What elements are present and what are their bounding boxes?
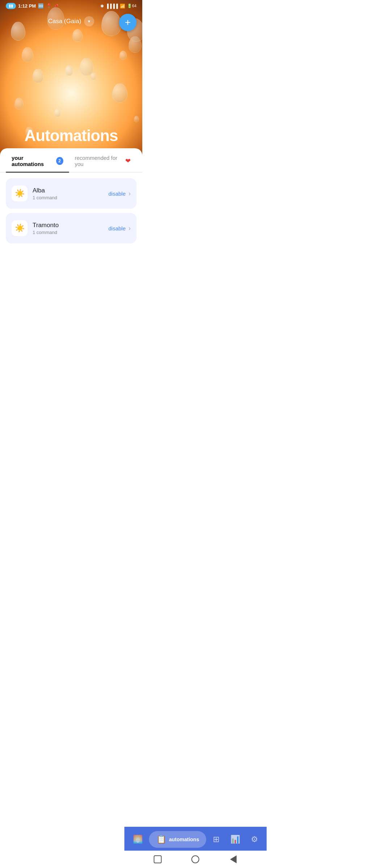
house-name: Casa (Gaia): [48, 18, 81, 25]
nfc-icon: 🆕: [38, 3, 44, 9]
status-left: ▮▮ 1:12 PM 🆕 📍 📌: [6, 3, 58, 9]
automation-icon-alba: ☀️: [12, 186, 28, 201]
tab-my-automations[interactable]: your automations 2: [6, 148, 69, 172]
location-icon-1: 📍: [46, 3, 52, 9]
disable-button-tramonto[interactable]: disable: [108, 225, 126, 231]
disable-button-alba[interactable]: disable: [108, 191, 126, 197]
tab-recommended-label: recommended for you: [75, 155, 122, 167]
location-icon-2: 📌: [54, 4, 58, 8]
chevron-icon-alba: ›: [129, 190, 131, 197]
status-time: 1:12 PM: [18, 3, 36, 9]
tab-my-automations-label: your automations: [12, 155, 53, 167]
tab-my-automations-badge: 2: [56, 157, 63, 165]
bluetooth-icon: ✱: [100, 4, 104, 9]
sun-icon-tramonto: ☀️: [15, 224, 25, 233]
status-right: ✱ ▐▐▐▐ 📶 🔋64: [100, 4, 136, 9]
automation-sub-tramonto: 1 command: [33, 230, 103, 235]
automation-actions-alba: disable ›: [108, 190, 131, 197]
hero-background: ▮▮ 1:12 PM 🆕 📍 📌 ✱ ▐▐▐▐ 📶 🔋64 Casa (Gaia…: [0, 0, 142, 156]
automation-icon-tramonto: ☀️: [12, 220, 28, 236]
dropdown-arrow-icon[interactable]: ▾: [84, 16, 94, 26]
battery-icon: 🔋64: [127, 4, 136, 8]
status-pill: ▮▮: [6, 3, 16, 9]
tab-recommended[interactable]: recommended for you ❤: [69, 148, 136, 172]
status-bar: ▮▮ 1:12 PM 🆕 📍 📌 ✱ ▐▐▐▐ 📶 🔋64: [0, 0, 142, 10]
automation-name-alba: Alba: [33, 187, 103, 194]
wifi-icon: 📶: [120, 4, 125, 9]
tabs-bar: your automations 2 recommended for you ❤: [0, 148, 142, 173]
content-sheet: your automations 2 recommended for you ❤…: [0, 148, 142, 311]
signal-icon: ▐▐▐▐: [106, 4, 118, 9]
automation-card-alba[interactable]: ☀️ Alba 1 command disable ›: [6, 178, 136, 209]
automation-list: ☀️ Alba 1 command disable › ☀️ Tramonto …: [0, 173, 142, 243]
automation-name-tramonto: Tramonto: [33, 222, 103, 229]
add-button[interactable]: +: [119, 14, 136, 31]
sun-icon-alba: ☀️: [15, 189, 25, 198]
heart-icon: ❤: [125, 157, 131, 165]
automation-actions-tramonto: disable ›: [108, 225, 131, 232]
chevron-icon-tramonto: ›: [129, 225, 131, 232]
automation-info-tramonto: Tramonto 1 command: [33, 222, 103, 235]
automation-card-tramonto[interactable]: ☀️ Tramonto 1 command disable ›: [6, 213, 136, 243]
automation-info-alba: Alba 1 command: [33, 187, 103, 200]
house-selector[interactable]: Casa (Gaia) ▾: [48, 16, 94, 26]
page-title: Automations: [0, 127, 142, 145]
automation-sub-alba: 1 command: [33, 195, 103, 200]
